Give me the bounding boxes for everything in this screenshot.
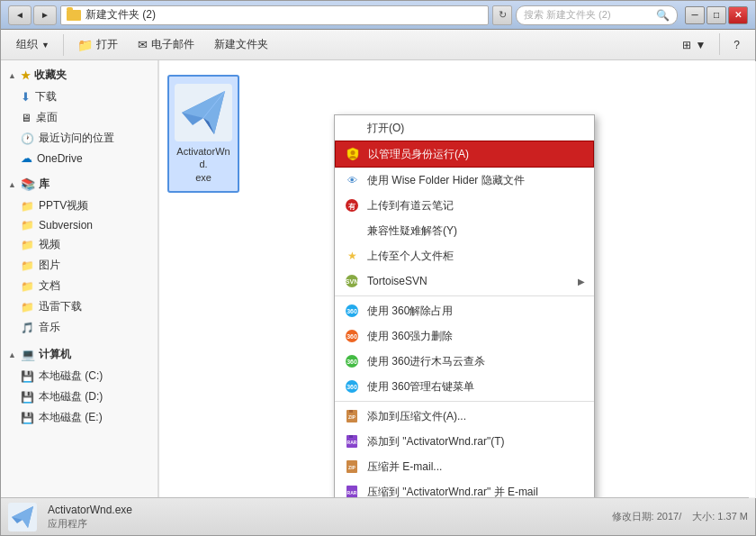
main-window: ◄ ► 新建文件夹 (2) ↻ 搜索 新建文件夹 (2) 🔍 ─ □ ✕ 组织 … xyxy=(0,0,756,536)
close-button[interactable]: ✕ xyxy=(728,6,748,24)
wise-icon: 👁 xyxy=(344,172,360,188)
svg-text:360: 360 xyxy=(346,359,357,365)
ctx-item-compress-add[interactable]: ZIP 添加到压缩文件(A)... xyxy=(335,404,594,429)
ctx-item-youdao[interactable]: 有 上传到有道云笔记 xyxy=(335,193,594,218)
help-button[interactable]: ? xyxy=(725,33,748,57)
ctx-personal-label: 上传至个人文件柜 xyxy=(367,249,585,264)
refresh-button[interactable]: ↻ xyxy=(492,5,512,25)
ctx-item-personal[interactable]: ★ 上传至个人文件柜 xyxy=(335,243,594,268)
ctx-open-label: 打开(O) xyxy=(367,121,585,136)
edrive-icon: 💾 xyxy=(21,412,34,424)
sidebar-section-library[interactable]: ▲ 📚 库 xyxy=(1,173,158,195)
new-folder-label: 新建文件夹 xyxy=(214,37,268,52)
sidebar-item-recent[interactable]: 🕐 最近访问的位置 xyxy=(1,128,158,149)
file-area[interactable]: ActivatorWnd.exe 打开(O) 以管 xyxy=(158,60,755,497)
sidebar-item-document[interactable]: 📁 文档 xyxy=(1,276,158,296)
organize-button[interactable]: 组织 ▼ xyxy=(8,33,58,57)
svg-text:RAR: RAR xyxy=(347,490,357,495)
breadcrumb[interactable]: 新建文件夹 (2) xyxy=(60,5,489,25)
library-arrow: ▲ xyxy=(8,180,17,189)
help-label: ? xyxy=(734,39,740,51)
ctx-item-tortoisesvn[interactable]: SVN TortoiseSVN ▶ xyxy=(335,268,594,294)
status-info: ActivatorWnd.exe 应用程序 xyxy=(48,504,132,531)
ctx-item-unpin360[interactable]: 360 使用 360解除占用 xyxy=(335,298,594,323)
organize-arrow: ▼ xyxy=(41,41,50,50)
ctx-item-delete360[interactable]: 360 使用 360强力删除 xyxy=(335,323,594,349)
360-scan-icon: 360 xyxy=(344,353,360,369)
sidebar-item-desktop[interactable]: 🖥 桌面 xyxy=(1,107,158,128)
desktop-label: 桌面 xyxy=(36,110,58,125)
nav-buttons: ◄ ► xyxy=(8,5,57,25)
cdrive-label: 本地磁盘 (C:) xyxy=(39,368,103,384)
titlebar: ◄ ► 新建文件夹 (2) ↻ 搜索 新建文件夹 (2) 🔍 ─ □ ✕ xyxy=(1,1,755,30)
toolbar: 组织 ▼ 📁 打开 ✉ 电子邮件 新建文件夹 ⊞ ▼ ? xyxy=(1,30,755,60)
ctx-item-open[interactable]: 打开(O) xyxy=(335,115,594,141)
file-icon-large xyxy=(175,84,232,141)
favorites-label: 收藏夹 xyxy=(34,68,67,83)
open-button[interactable]: 📁 打开 xyxy=(69,33,126,57)
sidebar-item-subversion[interactable]: 📁 Subversion xyxy=(1,216,158,234)
sidebar-item-pptv[interactable]: 📁 PPTV视频 xyxy=(1,195,158,216)
new-folder-button[interactable]: 新建文件夹 xyxy=(206,33,276,57)
file-item-activator[interactable]: ActivatorWnd.exe xyxy=(167,75,239,193)
ctx-item-scan360[interactable]: 360 使用 360进行木马云查杀 xyxy=(335,349,594,374)
ctx-item-run-as-admin[interactable]: 以管理员身份运行(A) xyxy=(335,141,594,168)
svg-text:360: 360 xyxy=(346,333,357,340)
open-label: 打开 xyxy=(96,37,118,52)
sidebar-item-edrive[interactable]: 💾 本地磁盘 (E:) xyxy=(1,407,158,428)
zip-email-icon: ZIP xyxy=(344,459,360,475)
computer-icon: 💻 xyxy=(21,348,35,361)
edrive-label: 本地磁盘 (E:) xyxy=(39,410,103,425)
back-button[interactable]: ◄ xyxy=(8,5,32,25)
zip-rar-email-icon: RAR xyxy=(344,484,360,497)
forward-button[interactable]: ► xyxy=(33,5,57,25)
maximize-button[interactable]: □ xyxy=(706,6,726,24)
ctx-item-compress-email[interactable]: ZIP 压缩并 E-mail... xyxy=(335,454,594,479)
email-label: 电子邮件 xyxy=(151,37,194,52)
video-icon: 📁 xyxy=(21,239,34,251)
computer-arrow: ▲ xyxy=(8,350,17,359)
svg-text:ZIP: ZIP xyxy=(348,465,356,470)
sidebar-item-cdrive[interactable]: 💾 本地磁盘 (C:) xyxy=(1,366,158,386)
sidebar-item-video[interactable]: 📁 视频 xyxy=(1,234,158,255)
sidebar-section-computer[interactable]: ▲ 💻 计算机 xyxy=(1,343,158,366)
pptv-icon: 📁 xyxy=(21,200,34,213)
sidebar-section-favorites[interactable]: ▲ ★ 收藏夹 xyxy=(1,64,158,86)
ctx-compress-add-label: 添加到压缩文件(A)... xyxy=(367,409,585,424)
onedrive-icon: ☁ xyxy=(21,151,32,165)
sidebar-item-download[interactable]: ⬇ 下载 xyxy=(1,86,158,107)
recent-icon: 🕐 xyxy=(21,132,34,145)
sidebar-item-onedrive[interactable]: ☁ OneDrive xyxy=(1,149,158,168)
360-unpin-icon: 360 xyxy=(344,303,360,319)
ctx-youdao-label: 上传到有道云笔记 xyxy=(367,198,585,213)
status-date: 修改日期: 2017/ xyxy=(612,510,682,523)
picture-icon: 📁 xyxy=(21,259,34,272)
svg-text:SVN: SVN xyxy=(346,278,358,285)
view-button[interactable]: ⊞ ▼ xyxy=(674,33,714,57)
ctx-item-compress-rar[interactable]: RAR 添加到 "ActivatorWnd.rar"(T) xyxy=(335,429,594,454)
zip-rar-icon: RAR xyxy=(344,433,360,450)
sidebar-item-picture[interactable]: 📁 图片 xyxy=(1,255,158,276)
subversion-label: Subversion xyxy=(39,219,93,232)
shield-icon xyxy=(345,146,361,162)
sidebar-item-thunder[interactable]: 📁 迅雷下载 xyxy=(1,296,158,317)
document-icon: 📁 xyxy=(21,280,34,293)
pptv-label: PPTV视频 xyxy=(39,198,88,213)
sidebar-item-ddrive[interactable]: 💾 本地磁盘 (D:) xyxy=(1,386,158,407)
zip-add-icon: ZIP xyxy=(344,408,360,424)
file-label: ActivatorWnd.exe xyxy=(173,145,234,184)
status-size: 大小: 1.37 M xyxy=(692,510,748,523)
ctx-item-menu360[interactable]: 360 使用 360管理右键菜单 xyxy=(335,374,594,399)
sidebar-item-music[interactable]: 🎵 音乐 xyxy=(1,317,158,338)
ctx-compat-label: 兼容性疑难解答(Y) xyxy=(367,223,585,239)
ctx-item-compat[interactable]: 兼容性疑难解答(Y) xyxy=(335,218,594,243)
favorites-star-icon: ★ xyxy=(21,69,31,82)
search-bar[interactable]: 搜索 新建文件夹 (2) 🔍 xyxy=(516,5,678,25)
ctx-item-wise-hide[interactable]: 👁 使用 Wise Folder Hider 隐藏文件 xyxy=(335,168,594,193)
minimize-button[interactable]: ─ xyxy=(685,6,705,24)
ctx-item-compress-rar-email[interactable]: RAR 压缩到 "ActivatorWnd.rar" 并 E-mail xyxy=(335,479,594,497)
email-button[interactable]: ✉ 电子邮件 xyxy=(130,33,202,57)
context-menu: 打开(O) 以管理员身份运行(A) 👁 使用 Wise Folder Hid xyxy=(334,114,595,497)
tortoisesvn-icon: SVN xyxy=(344,273,360,289)
email-icon: ✉ xyxy=(138,38,148,51)
